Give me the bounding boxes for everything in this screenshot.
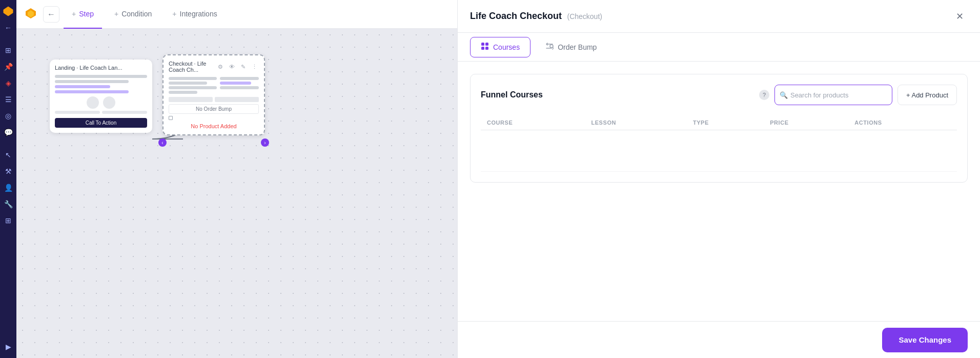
canvas-content[interactable]: Landing · Life Coach Lan... Call To Acti… bbox=[16, 29, 457, 358]
tab-order-bump[interactable]: Order Bump bbox=[535, 37, 607, 57]
shape-icon[interactable]: ◈ bbox=[1, 76, 15, 90]
save-changes-button[interactable]: Save Changes bbox=[882, 328, 968, 352]
section-header: Funnel Courses ? 🔍 + Add Product bbox=[481, 85, 957, 105]
panel-tabs: Courses Order Bump bbox=[458, 33, 980, 62]
table-empty-row bbox=[481, 130, 957, 172]
search-input-wrap: 🔍 bbox=[774, 85, 892, 105]
top-nav: ← + Step + Condition + Integrations bbox=[16, 0, 457, 29]
svg-rect-4 bbox=[481, 43, 484, 46]
more-icon[interactable]: ⋮ bbox=[250, 62, 259, 71]
courses-tab-label: Courses bbox=[493, 43, 520, 51]
play-icon[interactable]: ▶ bbox=[1, 340, 15, 354]
col-type: TYPE bbox=[687, 115, 764, 130]
preview-circles bbox=[55, 96, 147, 109]
table-body bbox=[481, 130, 957, 172]
no-product-label: No Product Added bbox=[169, 123, 259, 129]
preview-line-4 bbox=[55, 90, 129, 93]
add-product-button[interactable]: + Add Product bbox=[897, 85, 957, 105]
feedback-icon[interactable]: 💬 bbox=[1, 125, 15, 140]
canvas-nodes: Landing · Life Coach Lan... Call To Acti… bbox=[16, 29, 457, 358]
svg-rect-7 bbox=[485, 47, 488, 50]
panel-content: Funnel Courses ? 🔍 + Add Product COURSE bbox=[458, 62, 980, 321]
checkout-title: Checkout · Life Coach Ch... bbox=[169, 61, 216, 73]
checkout-header: Checkout · Life Coach Ch... ⚙ 👁 ✎ ⋮ bbox=[169, 61, 259, 73]
grid2-icon[interactable]: ⊞ bbox=[1, 213, 15, 228]
search-input[interactable] bbox=[774, 85, 892, 105]
search-icon: 🔍 bbox=[780, 91, 788, 99]
col-course: COURSE bbox=[481, 115, 585, 130]
tab-step-plus: + bbox=[72, 10, 76, 18]
mini-checkbox bbox=[169, 116, 173, 120]
col-actions: ACTIONS bbox=[848, 115, 957, 130]
section-header-right: ? 🔍 + Add Product bbox=[759, 85, 957, 105]
panel-title-group: Life Coach Checkout (Checkout) bbox=[470, 11, 602, 22]
table-head: COURSE LESSON TYPE PRICE ACTIONS bbox=[481, 115, 957, 130]
tab-condition[interactable]: + Condition bbox=[106, 0, 160, 29]
tool-icon[interactable]: ⚒ bbox=[1, 164, 15, 178]
col-price: PRICE bbox=[764, 115, 848, 130]
landing-preview bbox=[55, 75, 147, 93]
panel-title: Life Coach Checkout bbox=[470, 11, 562, 21]
courses-table: COURSE LESSON TYPE PRICE ACTIONS bbox=[481, 115, 957, 172]
preview-line-row bbox=[55, 111, 147, 114]
preview-line-1 bbox=[55, 75, 147, 78]
funnel-courses-section: Funnel Courses ? 🔍 + Add Product COURSE bbox=[470, 74, 968, 183]
panel-close-button[interactable]: ✕ bbox=[951, 8, 968, 25]
sidebar: ← ⊞ 📌 ◈ ☰ ◎ 💬 ↖ ⚒ 👤 🔧 ⊞ ▶ bbox=[0, 0, 16, 358]
col-lesson: LESSON bbox=[585, 115, 686, 130]
panel-footer: Save Changes bbox=[458, 321, 980, 358]
logo-icon bbox=[1, 4, 15, 18]
nav-logo bbox=[23, 6, 39, 23]
courses-tab-icon bbox=[481, 42, 489, 52]
dashboard-icon[interactable]: ⊞ bbox=[1, 43, 15, 57]
section-title: Funnel Courses bbox=[481, 90, 543, 100]
conn-dot-right[interactable]: › bbox=[261, 138, 269, 147]
empty-message bbox=[481, 130, 957, 172]
tab-courses[interactable]: Courses bbox=[470, 37, 530, 57]
no-order-bump-label: No Order Bump bbox=[169, 104, 259, 114]
back-button[interactable]: ← bbox=[43, 6, 59, 23]
help-icon[interactable]: ? bbox=[759, 90, 769, 100]
pin-icon[interactable]: 📌 bbox=[1, 59, 15, 74]
svg-rect-5 bbox=[485, 43, 488, 46]
list-icon[interactable]: ☰ bbox=[1, 92, 15, 107]
people-icon[interactable]: 👤 bbox=[1, 181, 15, 195]
table-header-row: COURSE LESSON TYPE PRICE ACTIONS bbox=[481, 115, 957, 130]
wrench-icon[interactable]: 🔧 bbox=[1, 197, 15, 211]
svg-point-8 bbox=[550, 45, 553, 48]
canvas-area: ← + Step + Condition + Integrations Land… bbox=[16, 0, 457, 358]
preview-circle-2 bbox=[103, 96, 115, 109]
node-landing[interactable]: Landing · Life Coach Lan... Call To Acti… bbox=[50, 59, 152, 133]
preview-line-3 bbox=[55, 85, 110, 88]
landing-node-title: Landing · Life Coach Lan... bbox=[55, 65, 147, 71]
node-checkout[interactable]: Checkout · Life Coach Ch... ⚙ 👁 ✎ ⋮ bbox=[162, 54, 265, 135]
panel-subtitle: (Checkout) bbox=[567, 12, 602, 21]
right-panel: Life Coach Checkout (Checkout) ✕ Courses bbox=[457, 0, 980, 358]
panel-header: Life Coach Checkout (Checkout) ✕ bbox=[458, 0, 980, 33]
order-bump-label: Order Bump bbox=[558, 43, 597, 51]
settings-icon[interactable]: ⚙ bbox=[216, 62, 225, 71]
preview-circle-1 bbox=[87, 96, 99, 109]
preview-line-2 bbox=[55, 80, 129, 83]
checkout-preview bbox=[169, 77, 259, 94]
checkout-left-col bbox=[169, 77, 217, 94]
cursor-icon[interactable]: ↖ bbox=[1, 148, 15, 162]
landing-cta: Call To Action bbox=[55, 118, 147, 128]
order-bump-icon bbox=[545, 42, 554, 52]
checkout-right-col bbox=[220, 77, 259, 94]
edit-icon[interactable]: ✎ bbox=[238, 62, 248, 71]
badge-icon[interactable]: ◎ bbox=[1, 109, 15, 123]
action-icons: ⚙ 👁 ✎ ⋮ bbox=[216, 62, 259, 71]
checkbox-row bbox=[169, 116, 259, 120]
svg-rect-6 bbox=[481, 47, 484, 50]
back-nav-icon[interactable]: ← bbox=[1, 21, 15, 35]
tab-step[interactable]: + Step bbox=[64, 0, 102, 29]
eye-icon[interactable]: 👁 bbox=[227, 62, 236, 71]
checkout-btn-row bbox=[169, 97, 259, 102]
conn-dot-left[interactable]: ‹ bbox=[158, 138, 167, 147]
tab-integrations[interactable]: + Integrations bbox=[164, 0, 225, 29]
